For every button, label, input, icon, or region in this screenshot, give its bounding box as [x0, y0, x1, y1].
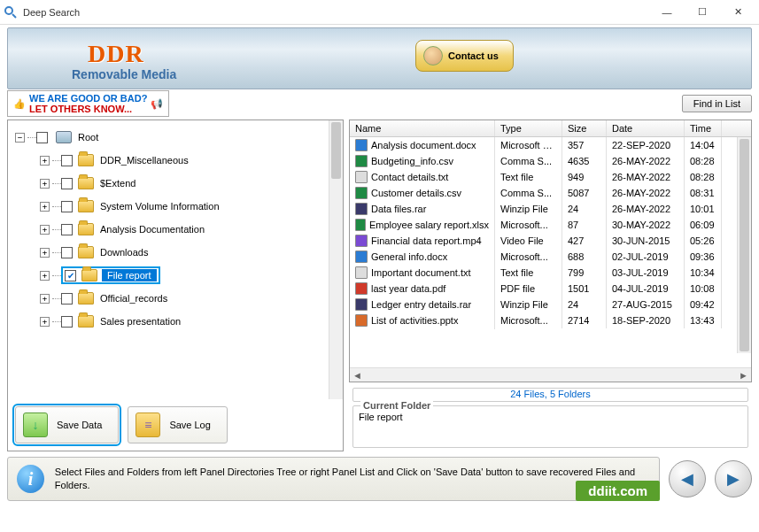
tree-root[interactable]: − Root: [10, 126, 341, 149]
tree-item[interactable]: +✔File report: [10, 264, 341, 287]
file-time: 08:28: [685, 169, 722, 185]
file-size: 4635: [562, 153, 607, 169]
megaphone-icon: 📢: [151, 98, 163, 110]
file-size: 2714: [562, 312, 607, 328]
file-row[interactable]: Important document.txtText file79903-JUL…: [350, 265, 751, 281]
col-name[interactable]: Name: [350, 120, 495, 136]
tree-scrollbar[interactable]: [329, 120, 343, 399]
folder-icon: [78, 292, 94, 305]
maximize-button[interactable]: ☐: [685, 2, 720, 23]
file-name: Analysis document.docx: [371, 140, 476, 150]
folder-icon: [78, 200, 94, 212]
person-icon: [423, 46, 443, 66]
tree-item[interactable]: +Downloads: [10, 241, 341, 264]
tree-item[interactable]: +$Extend: [10, 172, 341, 195]
checkbox[interactable]: [61, 316, 73, 328]
feedback-line1: WE ARE GOOD OR BAD?: [29, 93, 147, 104]
col-date[interactable]: Date: [607, 120, 685, 136]
file-row[interactable]: Employee salary report.xlsxMicrosoft...8…: [350, 217, 751, 233]
file-date: 26-MAY-2022: [607, 153, 685, 169]
checkbox[interactable]: [61, 201, 73, 212]
file-type-icon: [355, 187, 368, 199]
feedback-line2: LET OTHERS KNOW...: [29, 104, 132, 114]
file-date: 26-MAY-2022: [607, 185, 685, 201]
checkbox[interactable]: [61, 178, 73, 189]
file-date: 27-AUG-2015: [607, 297, 685, 312]
file-name: Contact details.txt: [371, 172, 448, 182]
expand-icon[interactable]: +: [40, 202, 50, 212]
file-size: 5087: [562, 185, 607, 201]
tree-item[interactable]: +Official_records: [10, 287, 341, 310]
directory-tree[interactable]: − Root +DDR_Miscellaneous+$Extend+System…: [8, 120, 343, 399]
footer: i Select Files and Folders from left Pan…: [7, 457, 752, 501]
expand-icon[interactable]: +: [40, 294, 50, 304]
save-log-button[interactable]: Save Log: [128, 406, 227, 443]
file-row[interactable]: List of activities.pptxMicrosoft...27141…: [350, 312, 751, 328]
tree-label: $Extend: [98, 177, 137, 189]
list-scrollbar-h[interactable]: ◄►: [350, 367, 751, 382]
current-folder-box: Current Folder File report: [352, 405, 748, 448]
file-row[interactable]: Ledger entry details.rarWinzip File2427-…: [350, 297, 751, 312]
checkbox[interactable]: [61, 247, 73, 258]
expand-icon[interactable]: +: [40, 317, 50, 327]
file-size: 688: [562, 249, 607, 265]
file-type-icon: [355, 155, 368, 167]
brand-subtitle: Removable Media: [72, 67, 176, 81]
file-list[interactable]: Analysis document.docxMicrosoft S...3572…: [350, 137, 751, 367]
minimize-button[interactable]: —: [649, 2, 685, 23]
expand-icon[interactable]: +: [40, 248, 50, 258]
file-row[interactable]: Customer details.csvComma S...508726-MAY…: [350, 185, 751, 201]
tree-item[interactable]: +Analysis Documentation: [10, 218, 341, 241]
tree-item[interactable]: +Sales presentation: [10, 310, 341, 333]
file-size: 87: [562, 217, 607, 233]
file-row[interactable]: Data files.rarWinzip File2426-MAY-202210…: [350, 201, 751, 217]
file-type-icon: [355, 219, 366, 231]
svg-point-0: [5, 7, 12, 14]
expand-icon[interactable]: +: [40, 271, 50, 281]
find-in-list-button[interactable]: Find in List: [682, 95, 752, 112]
folder-icon: [81, 269, 97, 281]
contact-us-button[interactable]: Contact us: [415, 40, 514, 72]
file-type: Winzip File: [495, 297, 562, 312]
brand-logo: DDR: [88, 40, 144, 68]
file-time: 10:34: [685, 265, 722, 281]
file-row[interactable]: Contact details.txtText file94926-MAY-20…: [350, 169, 751, 185]
expand-icon[interactable]: +: [40, 179, 50, 189]
thumbs-up-icon: 👍: [13, 98, 26, 110]
checkbox[interactable]: [36, 132, 48, 143]
file-type: Video File: [495, 233, 562, 249]
checkbox[interactable]: [61, 224, 73, 235]
expand-icon[interactable]: +: [40, 225, 50, 235]
feedback-badge[interactable]: 👍 WE ARE GOOD OR BAD? LET OTHERS KNOW...…: [7, 90, 169, 117]
file-size: 427: [562, 233, 607, 249]
svg-line-1: [12, 14, 16, 18]
list-scrollbar-v[interactable]: [737, 137, 751, 353]
tree-item[interactable]: +System Volume Information: [10, 195, 341, 218]
file-type-icon: [355, 235, 368, 247]
brand-tag[interactable]: ddiit.com: [576, 481, 660, 501]
col-time[interactable]: Time: [685, 120, 722, 136]
close-button[interactable]: ✕: [720, 2, 755, 23]
file-date: 30-MAY-2022: [607, 217, 685, 233]
file-date: 04-JUL-2019: [607, 281, 685, 297]
file-type-icon: [355, 266, 368, 279]
expand-icon[interactable]: +: [40, 156, 50, 166]
nav-prev-button[interactable]: ◀: [669, 460, 706, 497]
checkbox[interactable]: [61, 293, 73, 305]
file-row[interactable]: last year data.pdfPDF file150104-JUL-201…: [350, 281, 751, 297]
checkbox[interactable]: [61, 155, 73, 166]
file-row[interactable]: General info.docxMicrosoft...68802-JUL-2…: [350, 249, 751, 265]
file-type: Comma S...: [495, 185, 562, 201]
collapse-icon[interactable]: −: [15, 133, 25, 143]
col-size[interactable]: Size: [562, 120, 607, 136]
file-row[interactable]: Analysis document.docxMicrosoft S...3572…: [350, 137, 751, 153]
file-time: 08:31: [685, 185, 722, 201]
col-type[interactable]: Type: [495, 120, 562, 136]
checkbox[interactable]: ✔: [65, 270, 76, 281]
tree-item[interactable]: +DDR_Miscellaneous: [10, 149, 341, 172]
file-row[interactable]: Budgeting_info.csvComma S...463526-MAY-2…: [350, 153, 751, 169]
file-row[interactable]: Financial data report.mp4Video File42730…: [350, 233, 751, 249]
file-type-icon: [355, 314, 368, 327]
save-data-button[interactable]: Save Data: [15, 406, 119, 443]
nav-next-button[interactable]: ▶: [715, 460, 752, 497]
